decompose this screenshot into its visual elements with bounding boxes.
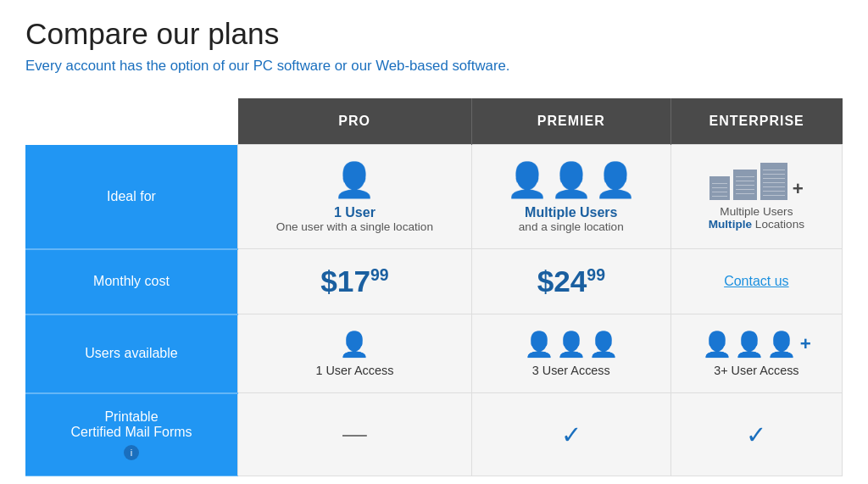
printable-label-line2: Certified Mail Forms bbox=[36, 425, 227, 440]
ideal-for-pro-title: 1 User bbox=[248, 205, 461, 220]
printable-pro: — bbox=[238, 393, 472, 476]
price-pro: $1799 bbox=[320, 264, 388, 298]
page-title: Compare our plans bbox=[25, 17, 843, 51]
ideal-for-pro-sub: One user with a single location bbox=[248, 220, 461, 233]
users-icon-enterprise-2: 👤 bbox=[734, 330, 765, 359]
monthly-cost-premier: $2499 bbox=[471, 249, 670, 314]
enterprise-plus-icon: + bbox=[793, 178, 804, 200]
col-header-pro: PRO bbox=[238, 98, 472, 145]
enterprise-users-plus-icon: + bbox=[800, 333, 811, 355]
row-label-users-available: Users available bbox=[25, 314, 238, 393]
user-icon-premier-1: 👤 bbox=[506, 160, 548, 200]
col-header-premier: PREMIER bbox=[471, 98, 670, 145]
building-icon-group: + bbox=[682, 163, 832, 200]
ideal-for-enterprise: + Multiple Users Multiple Locations bbox=[670, 145, 842, 249]
col-header-enterprise: ENTERPRISE bbox=[670, 98, 842, 145]
row-label-printable: Printable Certified Mail Forms i bbox=[25, 393, 238, 476]
ideal-for-premier-title: Multiple Users bbox=[482, 205, 660, 220]
printable-label-line1: Printable bbox=[36, 409, 227, 425]
printable-enterprise-check: ✓ bbox=[746, 421, 766, 448]
access-label-enterprise: 3+ User Access bbox=[682, 364, 832, 377]
building-medium bbox=[733, 170, 757, 200]
building-small bbox=[709, 176, 730, 200]
row-label-ideal-for: Ideal for bbox=[25, 145, 238, 249]
row-label-monthly-cost: Monthly cost bbox=[25, 249, 238, 314]
users-available-premier: 👤 👤 👤 3 User Access bbox=[471, 314, 670, 393]
users-icon-enterprise-1: 👤 bbox=[702, 330, 732, 359]
row-monthly-cost: Monthly cost $1799 $2499 Contact us bbox=[25, 249, 843, 314]
ideal-for-premier: 👤 👤 👤 Multiple Users and a single locati… bbox=[471, 145, 670, 249]
page-subtitle: Every account has the option of our PC s… bbox=[25, 58, 843, 75]
users-icon-enterprise-3: 👤 bbox=[766, 330, 797, 359]
printable-info-badge[interactable]: i bbox=[124, 445, 139, 460]
printable-premier-check: ✓ bbox=[561, 421, 581, 448]
contact-us-link[interactable]: Contact us bbox=[724, 274, 788, 288]
user-icon-premier-2: 👤 bbox=[550, 160, 593, 200]
printable-pro-dash: — bbox=[342, 420, 367, 448]
ideal-for-enterprise-title2: Multiple Locations bbox=[682, 218, 832, 231]
printable-enterprise: ✓ bbox=[670, 393, 842, 476]
price-premier: $2499 bbox=[537, 264, 605, 298]
row-users-available: Users available 👤 1 User Access 👤 👤 👤 3 … bbox=[25, 314, 843, 393]
users-icon-premier-1: 👤 bbox=[524, 330, 554, 359]
users-icon-pro: 👤 bbox=[339, 330, 370, 359]
printable-premier: ✓ bbox=[471, 393, 670, 476]
users-available-pro: 👤 1 User Access bbox=[238, 314, 472, 393]
comparison-table: PRO PREMIER ENTERPRISE Ideal for 👤 1 Use… bbox=[25, 98, 843, 477]
enterprise-multiple-bold: Multiple bbox=[709, 218, 752, 231]
ideal-for-enterprise-title1: Multiple Users bbox=[682, 205, 832, 218]
user-icon-pro: 👤 bbox=[333, 160, 376, 200]
enterprise-locations-text: Locations bbox=[752, 218, 804, 231]
ideal-for-premier-sub: and a single location bbox=[482, 220, 660, 233]
monthly-cost-pro: $1799 bbox=[238, 249, 472, 314]
building-large bbox=[760, 163, 787, 200]
access-label-premier: 3 User Access bbox=[482, 364, 660, 377]
users-icon-premier-3: 👤 bbox=[588, 330, 619, 359]
users-available-enterprise: 👤 👤 👤 + 3+ User Access bbox=[670, 314, 842, 393]
access-label-pro: 1 User Access bbox=[248, 364, 461, 377]
row-printable: Printable Certified Mail Forms i — ✓ ✓ bbox=[25, 393, 843, 476]
monthly-cost-enterprise: Contact us bbox=[670, 249, 842, 314]
ideal-for-pro: 👤 1 User One user with a single location bbox=[238, 145, 472, 249]
user-icon-premier-3: 👤 bbox=[594, 160, 637, 200]
users-icon-premier-2: 👤 bbox=[556, 330, 587, 359]
row-ideal-for: Ideal for 👤 1 User One user with a singl… bbox=[25, 145, 843, 249]
